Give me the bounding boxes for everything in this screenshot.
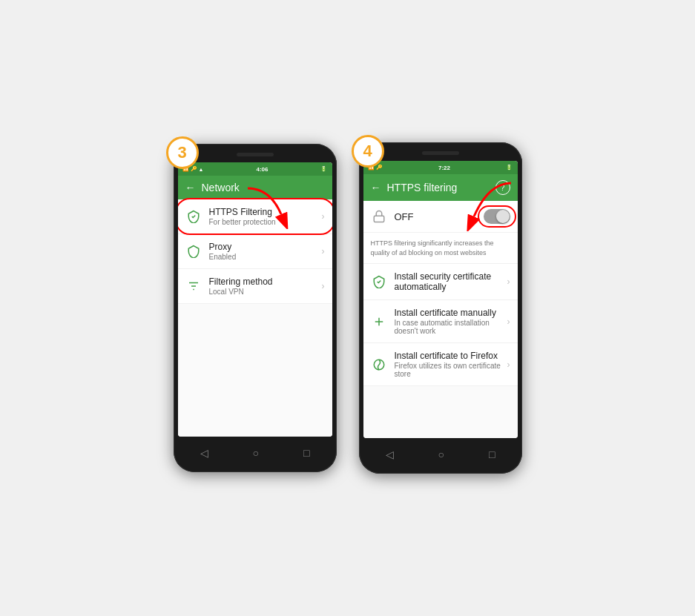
cert-auto-content: Install security certificate automatical… — [395, 271, 507, 292]
battery-icon-4: 🔋 — [506, 165, 513, 170]
cert-manual-chevron: › — [507, 317, 510, 327]
back-button-4[interactable]: ← — [371, 182, 381, 193]
status-icons-right-4: 🔋 — [506, 165, 513, 170]
step3-number: 3 — [166, 136, 199, 169]
https-filtering-chevron: › — [322, 211, 325, 222]
cert-firefox-title: Install certificate to Firefox — [395, 351, 507, 361]
nav-bar-4: ◁ ○ □ — [363, 443, 518, 466]
home-nav-4[interactable]: ○ — [438, 448, 444, 460]
cert-manual-subtitle: In case automatic installation doesn't w… — [395, 319, 507, 335]
cert-firefox-content: Install certificate to Firefox Firefox u… — [395, 351, 507, 378]
plus-icon — [371, 314, 387, 330]
filtering-method-chevron: › — [322, 281, 325, 291]
filtering-method-content: Filtering method Local VPN — [209, 276, 322, 296]
status-bar-3: 📶 🔑 ▲ 4:06 🔋 — [178, 162, 332, 176]
battery-icon-3: 🔋 — [320, 166, 327, 172]
status-time-4: 7:22 — [438, 165, 450, 171]
red-arrow-4 — [459, 179, 518, 231]
menu-item-cert-firefox[interactable]: Install certificate to Firefox Firefox u… — [363, 343, 518, 386]
recent-nav-4[interactable]: □ — [489, 448, 495, 460]
filtering-method-subtitle: Local VPN — [209, 288, 322, 296]
proxy-content: Proxy Enabled — [209, 242, 322, 261]
svg-rect-5 — [374, 216, 384, 222]
key-icon-3: 🔑 — [191, 166, 197, 172]
filter-icon — [185, 278, 202, 294]
step4-wrapper: 4 📶 🔑 7:22 🔋 ← — [359, 142, 522, 474]
status-icons-right-3: 🔋 — [320, 166, 327, 172]
signal-icon-3: ▲ — [199, 167, 204, 172]
recent-nav-3[interactable]: □ — [303, 447, 309, 459]
firefox-icon — [371, 357, 387, 373]
proxy-chevron: › — [322, 246, 325, 256]
nav-bar-3: ◁ ○ □ — [178, 441, 332, 465]
home-nav-3[interactable]: ○ — [253, 447, 259, 459]
menu-item-proxy[interactable]: Proxy Enabled › — [178, 234, 332, 269]
cert-manual-title: Install certificate manually — [395, 308, 507, 318]
phone-speaker-4 — [422, 151, 459, 155]
screen-content-4: OFF HTTPS filtering significantly increa… — [363, 201, 518, 438]
back-nav-3[interactable]: ◁ — [200, 447, 208, 459]
status-time-3: 4:06 — [256, 166, 268, 173]
back-button-3[interactable]: ← — [185, 182, 196, 193]
menu-item-cert-manual[interactable]: Install certificate manually In case aut… — [363, 300, 518, 343]
cert-auto-chevron: › — [507, 276, 510, 287]
cert-auto-title: Install security certificate automatical… — [395, 271, 507, 292]
shield-icon-https — [185, 208, 202, 225]
filtering-method-title: Filtering method — [209, 276, 322, 287]
shield-cert-icon — [371, 274, 387, 290]
phone-speaker-3 — [237, 153, 274, 156]
key-icon-4: 🔑 — [376, 165, 383, 170]
proxy-subtitle: Enabled — [209, 253, 322, 261]
shield-icon-proxy — [185, 243, 202, 259]
status-bar-4: 📶 🔑 7:22 🔋 — [363, 161, 518, 174]
https-notice: HTTPS filtering significantly increases … — [363, 233, 518, 264]
screen-content-3: HTTPS Filtering For better protection › — [178, 199, 332, 437]
menu-item-cert-auto[interactable]: Install security certificate automatical… — [363, 264, 518, 300]
menu-item-filtering-method[interactable]: Filtering method Local VPN › — [178, 269, 332, 304]
cert-firefox-chevron: › — [507, 360, 510, 370]
step4-number: 4 — [352, 135, 384, 168]
proxy-title: Proxy — [209, 242, 322, 252]
red-arrow-3 — [240, 185, 300, 229]
cert-manual-content: Install certificate manually In case aut… — [395, 308, 507, 335]
lock-icon — [371, 208, 387, 225]
cert-firefox-subtitle: Firefox utilizes its own certificate sto… — [395, 362, 507, 378]
step3-wrapper: 3 📶 🔑 ▲ 4:06 🔋 — [174, 144, 337, 472]
back-nav-4[interactable]: ◁ — [386, 448, 394, 460]
